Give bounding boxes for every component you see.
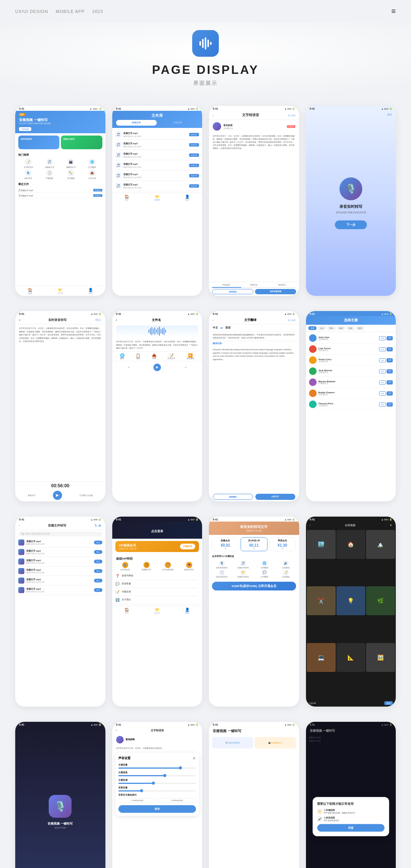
tool-share[interactable]: 📤分享: [152, 353, 156, 359]
retry-btn[interactable]: 重新翻译: [213, 494, 253, 500]
import-btn-4[interactable]: 导入: [94, 569, 102, 573]
back-icon[interactable]: ‹: [310, 524, 311, 527]
nav-library[interactable]: 📁文件库: [154, 608, 160, 614]
speed-slider[interactable]: [118, 775, 196, 776]
file-convert-btn[interactable]: 转化文字: [189, 133, 199, 136]
play-main-btn[interactable]: ▶: [153, 364, 161, 371]
nav-me[interactable]: 👤我的: [185, 608, 190, 614]
select-btn[interactable]: 选择: [387, 402, 393, 407]
video-thumb-5[interactable]: 💡: [336, 586, 365, 615]
volume-slider[interactable]: [118, 767, 196, 769]
select-btn[interactable]: 选择: [387, 358, 393, 362]
nav-library[interactable]: 📁文件库: [57, 288, 63, 294]
close-icon[interactable]: ✕: [390, 524, 392, 527]
feat-2[interactable]: 🎬 音频视频转写: [255, 737, 296, 748]
filter-gentle[interactable]: 温柔: [337, 326, 345, 330]
tool-share-text[interactable]: 📝分享文字: [167, 353, 175, 359]
nav-me[interactable]: 👤我的: [88, 288, 93, 294]
click-login[interactable]: 点击登录: [116, 529, 199, 533]
filter-all[interactable]: 全部: [308, 326, 317, 330]
filter-dubbing[interactable]: 配音: [356, 326, 364, 330]
icon-subtitle[interactable]: 📋字幕提取: [40, 169, 60, 179]
progress-bar[interactable]: [212, 287, 296, 288]
save-btn[interactable]: 保存完整音频: [255, 289, 296, 294]
select-btn[interactable]: 选择: [387, 380, 393, 385]
filter-lively[interactable]: 活泼: [346, 326, 355, 330]
file-convert-btn[interactable]: 转化文字: [189, 143, 199, 147]
copy-btn[interactable]: 复制文字: [28, 494, 35, 496]
ctrl-bg[interactable]: 背景音乐: [250, 284, 258, 286]
card-audio[interactable]: 音频文件转写: [61, 136, 102, 149]
nav-home[interactable]: 🏠首页: [28, 288, 32, 294]
convert-btn-2[interactable]: 转化文字: [93, 194, 102, 197]
icon-edit[interactable]: ✏️文字编辑: [61, 169, 81, 179]
select-btn[interactable]: 选择: [387, 347, 393, 351]
file-convert-btn[interactable]: 转化文字: [189, 164, 199, 167]
video-thumb-2[interactable]: 🏠: [336, 530, 365, 559]
plan-annual[interactable]: 买1年送1年 ¥0.11 次: [241, 537, 268, 551]
play-ctrl-2[interactable]: ↻: [185, 366, 186, 369]
import-btn-1[interactable]: 导入: [94, 541, 102, 544]
play-btn[interactable]: 播放: [384, 701, 393, 705]
search-bar[interactable]: 🔍 请输入搜索音频文件名称: [18, 531, 102, 536]
file-convert-btn[interactable]: 转化文字: [189, 153, 199, 157]
bg-option-2[interactable]: 文本播放循环播放: [158, 798, 196, 803]
trial-btn[interactable]: 试听: [379, 369, 386, 373]
tab-converted[interactable]: 已转文件: [158, 120, 198, 126]
plan-quarterly[interactable]: 季度会员 ¥1.30 次: [269, 537, 296, 551]
options[interactable]: …: [196, 318, 198, 322]
trial-btn[interactable]: 试听: [379, 347, 386, 351]
back-icon[interactable]: ‹: [213, 319, 213, 321]
video-thumb-1[interactable]: 🏙️: [307, 530, 336, 559]
continue-btn[interactable]: 继续播放: [212, 289, 253, 294]
menu-help[interactable]: ❓ 使用与帮助 ›: [115, 572, 199, 580]
import-btn-2[interactable]: 导入: [94, 550, 102, 554]
nav-home[interactable]: 🏠首页: [124, 195, 129, 201]
icon-share[interactable]: 📤文字分享: [82, 169, 102, 179]
video-thumb-9[interactable]: 🖼️: [366, 643, 395, 672]
save-btn[interactable]: 已导整个企业版: [80, 494, 93, 496]
card-realtime[interactable]: 实时录音转写: [18, 136, 59, 149]
start-btn[interactable]: 立即体验: [19, 127, 31, 131]
trial-btn[interactable]: 试听: [379, 336, 386, 340]
import-btn[interactable]: 导入文档: [288, 319, 295, 321]
close-icon[interactable]: ✕: [192, 756, 196, 761]
feat-1[interactable]: 🎵 实时录音转写: [212, 737, 253, 748]
bg-volume-slider[interactable]: [118, 790, 196, 791]
back-icon[interactable]: ‹: [116, 318, 117, 322]
nav-library[interactable]: 📁文件库: [154, 195, 160, 201]
menu-about[interactable]: ℹ️ 关于我们 ›: [115, 596, 199, 604]
refresh-icon[interactable]: ↻ ⊕: [94, 523, 102, 528]
trial-btn[interactable]: 试听: [379, 402, 386, 407]
nav-me[interactable]: 👤我的: [185, 195, 190, 201]
select-btn[interactable]: 选择: [387, 369, 393, 373]
trial-btn[interactable]: 试听: [379, 380, 386, 385]
back-icon[interactable]: ‹: [19, 318, 20, 322]
filter-female[interactable]: 女生: [318, 326, 326, 330]
plan-metered[interactable]: 按量会员 ¥0.01 次: [212, 537, 239, 551]
menu-feedback[interactable]: 📝 问题反馈 ›: [115, 588, 199, 596]
add-btn[interactable]: +导入: [94, 318, 101, 322]
icon-record[interactable]: 🎙️实时录音: [18, 169, 38, 179]
nav-home[interactable]: 🏠首页: [124, 608, 129, 614]
play-btn[interactable]: ▶: [53, 491, 62, 500]
icon-video[interactable]: 🎬视频转文字: [61, 158, 81, 168]
back-icon[interactable]: ‹: [213, 114, 213, 116]
host-badge[interactable]: 试听解主: [287, 125, 295, 128]
tool-play[interactable]: ▶️录音播放: [186, 353, 194, 359]
tool-translate[interactable]: 🌐翻译: [120, 353, 124, 359]
open-vip-btn[interactable]: 开通会员: [180, 544, 195, 549]
icon-text[interactable]: 📝文字转语音: [18, 158, 38, 168]
tab-local[interactable]: 本地文件: [116, 120, 157, 126]
video-thumb-8[interactable]: 📐: [336, 643, 365, 672]
import-btn[interactable]: 导入文档: [288, 114, 295, 116]
icon-translate[interactable]: 🌐文字翻译: [82, 158, 102, 168]
share-btn[interactable]: 分享文字: [255, 494, 295, 500]
filter-male[interactable]: 男生: [327, 326, 336, 330]
lang-to[interactable]: 英语: [225, 326, 231, 330]
video-thumb-4[interactable]: ✂️: [307, 586, 336, 615]
play-ctrl-1[interactable]: ↺: [128, 366, 129, 369]
open-member-btn[interactable]: ¥188/年(原价¥258) 立即开通会员: [212, 582, 296, 590]
icon-audio[interactable]: 🎵音频转文字: [40, 158, 60, 168]
import-btn-3[interactable]: 导入: [94, 560, 102, 563]
